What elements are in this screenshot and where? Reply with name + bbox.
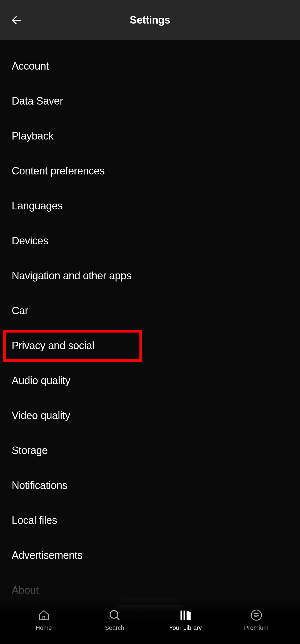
settings-item-data-saver[interactable]: Data Saver	[0, 83, 300, 118]
page-title: Settings	[0, 14, 300, 26]
nav-label: Your Library	[169, 624, 202, 632]
settings-item-playback[interactable]: Playback	[0, 118, 300, 153]
settings-item-storage[interactable]: Storage	[0, 433, 300, 468]
settings-item-account[interactable]: Account	[0, 49, 300, 83]
settings-item-audio-quality[interactable]: Audio quality	[0, 363, 300, 398]
settings-item-privacy-social[interactable]: Privacy and social	[0, 328, 300, 363]
settings-item-label: Storage	[12, 445, 48, 457]
settings-item-label: Car	[12, 305, 28, 317]
nav-premium[interactable]: Premium	[229, 608, 284, 632]
svg-rect-1	[43, 616, 45, 620]
settings-item-label: Audio quality	[12, 375, 70, 387]
nav-search[interactable]: Search	[87, 608, 142, 632]
svg-point-2	[110, 610, 118, 618]
settings-item-label: Data Saver	[12, 95, 63, 107]
header-bar: Settings	[0, 0, 300, 40]
settings-item-label: Languages	[12, 200, 63, 212]
settings-list-container: Account Data Saver Playback Content pref…	[0, 40, 300, 644]
home-icon	[37, 608, 51, 622]
settings-item-car[interactable]: Car	[0, 293, 300, 328]
nav-your-library[interactable]: Your Library	[158, 608, 213, 632]
settings-item-label: About	[12, 584, 39, 596]
settings-item-label: Notifications	[12, 480, 67, 491]
svg-line-3	[117, 617, 119, 620]
library-icon	[179, 608, 192, 622]
svg-rect-4	[180, 610, 182, 620]
settings-item-label: Privacy and social	[12, 340, 94, 352]
settings-item-advertisements[interactable]: Advertisements	[0, 538, 300, 573]
settings-item-navigation[interactable]: Navigation and other apps	[0, 258, 300, 293]
settings-item-label: Devices	[12, 235, 48, 247]
search-icon	[108, 608, 122, 622]
settings-item-label: Account	[12, 60, 49, 72]
nav-label: Search	[105, 624, 124, 632]
bottom-nav: Home Search Your Library	[0, 598, 300, 644]
settings-item-local-files[interactable]: Local files	[0, 503, 300, 538]
settings-item-label: Navigation and other apps	[12, 270, 131, 282]
settings-item-languages[interactable]: Languages	[0, 188, 300, 223]
settings-item-label: Playback	[12, 130, 53, 142]
settings-item-content-preferences[interactable]: Content preferences	[0, 153, 300, 188]
settings-item-label: Advertisements	[12, 549, 82, 561]
spotify-icon	[249, 608, 263, 622]
nav-home[interactable]: Home	[16, 608, 72, 632]
settings-item-video-quality[interactable]: Video quality	[0, 398, 300, 433]
svg-rect-5	[183, 610, 185, 620]
settings-item-devices[interactable]: Devices	[0, 223, 300, 258]
settings-list: Account Data Saver Playback Content pref…	[0, 40, 300, 608]
nav-label: Premium	[244, 624, 268, 632]
settings-item-label: Local files	[12, 514, 57, 526]
settings-item-notifications[interactable]: Notifications	[0, 468, 300, 503]
nav-label: Home	[36, 624, 52, 632]
settings-item-label: Content preferences	[12, 165, 105, 177]
arrow-left-icon	[11, 14, 23, 26]
settings-item-label: Video quality	[12, 410, 70, 422]
back-button[interactable]	[8, 12, 25, 29]
